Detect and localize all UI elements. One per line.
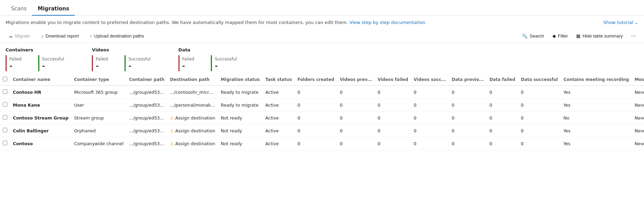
cell-dest: ⚠Assign destination	[167, 124, 218, 137]
cell-task-status: Active	[262, 99, 294, 112]
row-checkbox[interactable]	[3, 115, 7, 119]
upload-paths-label: Upload destination paths	[94, 33, 144, 39]
data-failed-label: Failed	[182, 57, 194, 61]
migrate-icon: ☁	[8, 33, 13, 39]
cell-dest: .../personal/monak...	[167, 99, 218, 112]
videos-failed-value: -	[96, 61, 108, 70]
col-data-successful[interactable]: Data successful	[518, 74, 560, 85]
upload-paths-button[interactable]: ↑ Upload destination paths	[87, 32, 147, 40]
filter-icon: ◆	[552, 33, 556, 39]
cell-name: Colin Ballinger	[10, 124, 71, 137]
download-icon: ↓	[41, 33, 43, 39]
upload-icon: ↑	[90, 33, 92, 39]
cell-migration-status: Not ready	[218, 112, 263, 124]
cell-videos-failed: 0	[375, 112, 411, 124]
cell-checkbox[interactable]	[0, 112, 10, 124]
cell-contains-meeting: Yes	[560, 99, 632, 112]
row-checkbox[interactable]	[3, 128, 7, 132]
containers-success-value: -	[42, 61, 64, 70]
cell-type: Stream group	[71, 112, 126, 124]
cell-checkbox[interactable]	[0, 85, 10, 99]
col-contains-meeting[interactable]: Contains meeting recording	[560, 74, 632, 85]
row-checkbox[interactable]	[3, 89, 7, 94]
containers-success-label: Successful	[42, 57, 64, 61]
col-task-status[interactable]: Task status	[262, 74, 294, 85]
warning-icon: ⚠	[170, 115, 174, 121]
videos-failed-label: Failed	[96, 57, 108, 61]
cell-name: Contoso Stream Group	[10, 112, 71, 124]
row-checkbox[interactable]	[3, 141, 7, 145]
col-videos-prev[interactable]: Videos prev...	[337, 74, 375, 85]
data-success-card: Successful -	[211, 55, 245, 71]
cell-task-status: Active	[262, 124, 294, 137]
cell-type: Companywide channel	[71, 137, 126, 150]
col-container-path[interactable]: Container path	[126, 74, 167, 85]
data-table-container: Container name Container type Container …	[0, 74, 644, 150]
cell-data-previo: 0	[449, 137, 487, 150]
table-row: Contoso HR Microsoft 365 group .../group…	[0, 85, 644, 99]
col-container-type[interactable]: Container type	[71, 74, 126, 85]
download-report-button[interactable]: ↓ Download report	[38, 32, 81, 40]
col-most-recent[interactable]: Most recent migration ↓	[632, 74, 644, 85]
cell-path: .../group/ed53...	[126, 99, 167, 112]
cell-most-recent: Never	[632, 99, 644, 112]
toolbar: ☁ Migrate ↓ Download report ↑ Upload des…	[0, 29, 644, 43]
cell-videos-failed: 0	[375, 85, 411, 99]
col-data-failed[interactable]: Data failed	[487, 74, 518, 85]
videos-title: Videos	[92, 47, 164, 52]
cell-path: .../group/ed53...	[126, 137, 167, 150]
cell-migration-status: Not ready	[218, 137, 263, 150]
table-row: Mona Kane User .../group/ed53... .../per…	[0, 99, 644, 112]
row-checkbox[interactable]	[3, 102, 7, 107]
col-videos-succ[interactable]: Videos succ...	[411, 74, 449, 85]
select-all-checkbox[interactable]	[0, 74, 10, 85]
info-bar-link[interactable]: View step by step documentation	[350, 20, 426, 25]
data-title: Data	[178, 47, 251, 52]
cell-videos-failed: 0	[375, 137, 411, 150]
cell-name: Contoso	[10, 137, 71, 150]
cell-checkbox[interactable]	[0, 99, 10, 112]
filter-button[interactable]: ◆ Filter	[550, 32, 571, 40]
table-row: Colin Ballinger Orphaned .../group/ed53.…	[0, 124, 644, 137]
more-options-button[interactable]: ⋯	[628, 32, 638, 40]
col-migration-status[interactable]: Migration status	[218, 74, 263, 85]
show-tutorial-button[interactable]: Show tutorial ⌄	[603, 20, 638, 25]
info-bar-description: Migrations enable you to migrate content…	[6, 20, 348, 25]
videos-success-label: Successful	[128, 57, 150, 61]
filter-label: Filter	[558, 33, 568, 39]
col-folders-created[interactable]: Folders created	[295, 74, 337, 85]
info-bar-text: Migrations enable you to migrate content…	[6, 20, 603, 25]
cell-dest: .../contosohr_micr...	[167, 85, 218, 99]
cell-folders-created: 0	[295, 99, 337, 112]
cell-data-successful: 0	[518, 85, 560, 99]
col-data-previo[interactable]: Data previo...	[449, 74, 487, 85]
cell-data-successful: 0	[518, 137, 560, 150]
col-container-name[interactable]: Container name	[10, 74, 71, 85]
hide-table-summary-button[interactable]: ▦ Hide table summary	[573, 32, 626, 40]
cell-dest: ⚠Assign destination	[167, 137, 218, 150]
table-row: Contoso Stream Group Stream group .../gr…	[0, 112, 644, 124]
tab-migrations[interactable]: Migrations	[32, 3, 75, 15]
cell-data-successful: 0	[518, 124, 560, 137]
show-tutorial-label: Show tutorial	[603, 20, 633, 25]
col-videos-failed[interactable]: Videos failed	[375, 74, 411, 85]
data-failed-card: Failed -	[178, 55, 203, 71]
cell-data-previo: 0	[449, 85, 487, 99]
cell-checkbox[interactable]	[0, 124, 10, 137]
tab-scans[interactable]: Scans	[6, 3, 32, 15]
cell-folders-created: 0	[295, 137, 337, 150]
cell-type: User	[71, 99, 126, 112]
migrate-button[interactable]: ☁ Migrate	[6, 32, 33, 40]
cell-checkbox[interactable]	[0, 137, 10, 150]
col-destination-path[interactable]: Destination path	[167, 74, 218, 85]
cell-videos-failed: 0	[375, 99, 411, 112]
containers-failed-value: -	[9, 61, 22, 70]
data-success-value: -	[215, 61, 237, 70]
search-button[interactable]: 🔍 Search	[519, 32, 547, 40]
videos-success-card: Successful -	[125, 55, 159, 71]
chevron-down-icon: ⌄	[635, 20, 638, 25]
data-table: Container name Container type Container …	[0, 74, 644, 150]
checkbox-all[interactable]	[3, 77, 7, 81]
cell-task-status: Active	[262, 85, 294, 99]
cell-most-recent: Never	[632, 124, 644, 137]
